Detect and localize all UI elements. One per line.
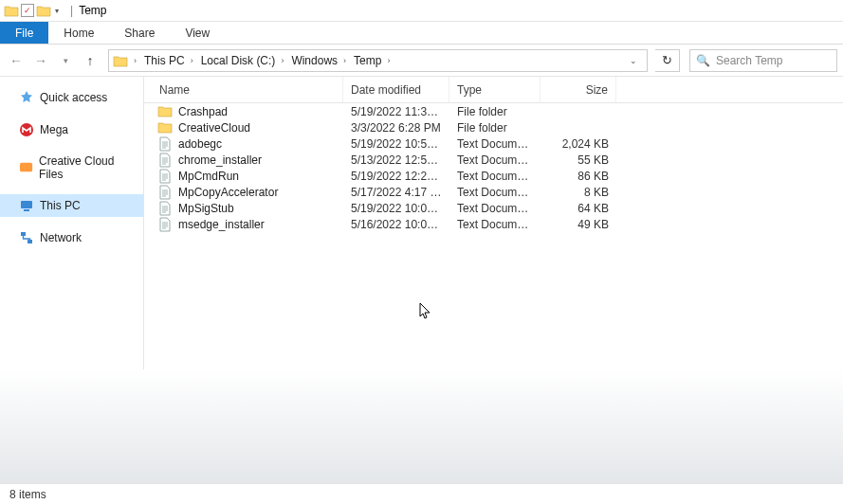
- file-row[interactable]: MpSigStub5/19/2022 10:03 AMText Document…: [144, 200, 843, 216]
- file-size: 2,024 KB: [541, 137, 616, 151]
- qat-dropdown-icon[interactable]: ▾: [53, 7, 61, 15]
- nav-recent-dropdown[interactable]: ▾: [55, 50, 76, 71]
- file-name: chrome_installer: [178, 153, 262, 167]
- text-file-icon: [157, 185, 173, 200]
- breadcrumb-root-chevron[interactable]: ›: [130, 56, 140, 65]
- sidebar-item-label: This PC: [40, 199, 81, 212]
- breadcrumb-label: Windows: [291, 54, 338, 67]
- sidebar-item-this-pc[interactable]: This PC: [0, 194, 143, 217]
- file-type: Text Document: [449, 153, 541, 167]
- file-date: 5/19/2022 10:03 AM: [343, 202, 449, 215]
- ribbon-tabs: File Home Share View: [0, 22, 843, 45]
- file-row[interactable]: MpCopyAccelerator5/17/2022 4:17 PMText D…: [144, 184, 843, 200]
- file-type: Text Document: [449, 186, 541, 199]
- pc-icon: [19, 198, 34, 213]
- sidebar-item-label: Mega: [40, 123, 68, 136]
- nav-back-button[interactable]: ←: [6, 50, 27, 71]
- sidebar-item-label: Quick access: [40, 91, 107, 104]
- tab-file[interactable]: File: [0, 22, 48, 44]
- sidebar-item-mega[interactable]: Mega: [0, 118, 143, 141]
- address-bar[interactable]: › This PC› Local Disk (C:)› Windows› Tem…: [108, 49, 648, 72]
- file-list-pane: Name Date modified Type Size Crashpad5/1…: [144, 77, 843, 483]
- tab-view[interactable]: View: [170, 22, 225, 44]
- sidebar-item-quick-access[interactable]: Quick access: [0, 86, 143, 109]
- file-name: CreativeCloud: [178, 121, 250, 135]
- file-name: Crashpad: [178, 105, 228, 118]
- creative-cloud-icon: [19, 160, 33, 175]
- network-icon: [19, 230, 34, 245]
- chevron-right-icon: ›: [189, 56, 195, 65]
- nav-up-button[interactable]: ↑: [80, 50, 101, 71]
- file-date: 5/17/2022 4:17 PM: [343, 186, 449, 199]
- breadcrumb[interactable]: Temp›: [352, 54, 394, 67]
- navigation-pane: Quick access Mega Creative Cloud Files T…: [0, 77, 144, 483]
- tab-home[interactable]: Home: [48, 22, 109, 44]
- status-bar: 8 items: [0, 483, 843, 504]
- file-type: Text Document: [449, 202, 541, 215]
- address-row: ← → ▾ ↑ › This PC› Local Disk (C:)› Wind…: [0, 45, 843, 77]
- file-name: MpSigStub: [178, 202, 234, 215]
- file-size: 55 KB: [541, 153, 616, 167]
- breadcrumb[interactable]: Local Disk (C:)›: [199, 54, 288, 67]
- title-bar: ✓ ▾ | Temp: [0, 0, 843, 22]
- search-box[interactable]: 🔍: [689, 49, 837, 72]
- sidebar-item-label: Creative Cloud Files: [39, 154, 136, 181]
- status-item-count: 8 items: [9, 488, 46, 501]
- qat-properties-icon[interactable]: ✓: [21, 4, 34, 17]
- breadcrumb-label: Local Disk (C:): [201, 54, 276, 67]
- main-area: Quick access Mega Creative Cloud Files T…: [0, 77, 843, 483]
- quick-access-toolbar: ✓ ▾: [0, 4, 66, 17]
- text-file-icon: [157, 153, 173, 168]
- file-date: 3/3/2022 6:28 PM: [343, 121, 449, 135]
- sidebar-item-creative-cloud[interactable]: Creative Cloud Files: [0, 151, 143, 185]
- file-date: 5/19/2022 10:51 AM: [343, 137, 449, 151]
- search-input[interactable]: [716, 54, 831, 67]
- file-row[interactable]: CreativeCloud3/3/2022 6:28 PMFile folder: [144, 119, 843, 135]
- tab-share[interactable]: Share: [109, 22, 170, 44]
- column-headers: Name Date modified Type Size: [144, 77, 843, 103]
- svg-rect-3: [24, 209, 29, 211]
- breadcrumb[interactable]: Windows›: [289, 54, 350, 67]
- folder-icon: [157, 104, 173, 119]
- file-row[interactable]: Crashpad5/19/2022 11:33 AMFile folder: [144, 103, 843, 119]
- sidebar-item-network[interactable]: Network: [0, 226, 143, 249]
- breadcrumb-label: Temp: [354, 54, 381, 67]
- text-file-icon: [157, 136, 173, 152]
- chevron-right-icon: ›: [279, 56, 285, 65]
- column-header-size[interactable]: Size: [541, 77, 616, 102]
- svg-rect-5: [27, 240, 32, 243]
- chevron-right-icon: ›: [385, 56, 392, 65]
- file-type: Text Document: [449, 137, 541, 151]
- file-row[interactable]: msedge_installer5/16/2022 10:06 AMText D…: [144, 216, 843, 232]
- file-date: 5/13/2022 12:58 PM: [343, 153, 449, 167]
- file-type: Text Document: [449, 218, 541, 231]
- file-name: msedge_installer: [178, 218, 265, 231]
- title-separator: |: [66, 4, 77, 17]
- file-row[interactable]: adobegc5/19/2022 10:51 AMText Document2,…: [144, 135, 843, 152]
- file-name: MpCopyAccelerator: [178, 186, 278, 199]
- column-header-date[interactable]: Date modified: [343, 77, 449, 102]
- nav-forward-button[interactable]: →: [30, 50, 51, 71]
- folder-icon: [36, 4, 51, 17]
- folder-icon: [4, 4, 19, 17]
- address-history-dropdown[interactable]: ⌄: [624, 56, 643, 65]
- file-name: MpCmdRun: [178, 170, 239, 183]
- column-header-type[interactable]: Type: [449, 77, 541, 102]
- search-icon: 🔍: [696, 54, 710, 67]
- star-icon: [19, 90, 34, 105]
- file-type: File folder: [449, 105, 541, 118]
- column-header-name[interactable]: Name: [144, 77, 343, 102]
- file-size: 86 KB: [541, 170, 616, 183]
- file-name: adobegc: [178, 137, 222, 151]
- folder-icon: [157, 120, 173, 135]
- file-row[interactable]: chrome_installer5/13/2022 12:58 PMText D…: [144, 152, 843, 168]
- file-size: 64 KB: [541, 202, 616, 215]
- file-row[interactable]: MpCmdRun5/19/2022 12:29 PMText Document8…: [144, 168, 843, 184]
- mouse-cursor-icon: [419, 302, 432, 321]
- breadcrumb[interactable]: This PC›: [142, 54, 197, 67]
- chevron-right-icon: ›: [341, 56, 348, 65]
- file-size: 8 KB: [541, 186, 616, 199]
- sidebar-item-label: Network: [40, 231, 82, 244]
- refresh-button[interactable]: ↻: [655, 49, 680, 72]
- file-date: 5/19/2022 11:33 AM: [343, 105, 449, 118]
